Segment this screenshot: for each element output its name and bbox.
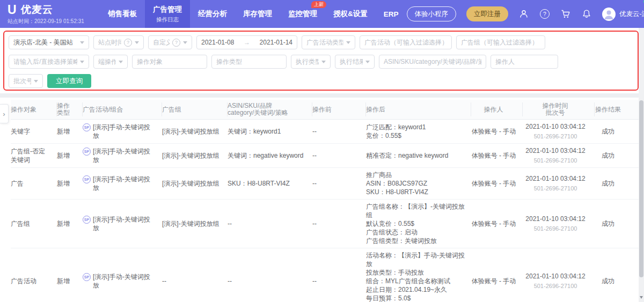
operation-time: 2021-01-10 03:04:12 [523, 122, 588, 131]
client-op-select-value: 端操作 [98, 57, 116, 67]
username-label: 优麦云-游客 [619, 10, 644, 19]
sp-campaign-icon: SP [83, 175, 91, 183]
after-detail-line: 每日预算：5.0$ [366, 294, 465, 302]
col-header-target: 操作对象 [11, 102, 57, 116]
client-op-select[interactable]: 端操作 [93, 55, 128, 69]
cell-before: -- [312, 179, 366, 188]
after-detail-line: 广告组类型：关键词投放 [366, 237, 465, 245]
store-select-value: 演示店-北美 - 美国站 [13, 38, 77, 47]
customer-service-icon[interactable] [518, 9, 529, 19]
op-target-input[interactable]: 操作对象 [132, 55, 207, 69]
after-detail-line: ASIN：B08JCS97GZ [366, 179, 465, 188]
cell-campaign: SP[演示]手动-关键词投放 [83, 215, 162, 232]
nav-item-label: ERP [384, 10, 399, 18]
cell-target: 广告 [11, 179, 57, 188]
col-header-campaign: 广告活动/组合 [83, 102, 162, 116]
help-circle-icon [540, 9, 550, 19]
cell-asin-keyword: SKU：H8-U8RT-VI4Z [228, 179, 312, 188]
nav-item-label: 监控管理 [288, 9, 317, 19]
site-time-select-value: 站点时间 [98, 38, 121, 47]
campaign-filter-input-placeholder: 广告活动（可输入过滤选择） [364, 38, 447, 47]
col-header-after: 操作后 [366, 102, 471, 116]
table-row: 广告组新增SP[演示]手动-关键词投放[演示]-关键词投放组----广告组名称：… [11, 200, 644, 248]
cell-after: 活动名称：【演示】手动-关键词投放投放类型：手动投放组合：MYL广告组合名称测试… [366, 251, 471, 302]
filter-row: 请输入后/直接选择策略端操作操作对象操作类型执行类型执行结果ASIN/SKU/c… [9, 55, 644, 69]
site-time-label: 站点时间：2022-09-19 01:52:31 [8, 18, 100, 25]
cell-result: 成功 [595, 277, 628, 285]
adgroup-filter-input[interactable]: 广告组（可输入过滤选择） [456, 35, 545, 49]
main-menu: 销售看板广告管理操作日志经营分析库存管理监控管理上新授权&设置ERP [100, 0, 407, 28]
bell-icon[interactable] [581, 9, 592, 19]
col-header-result: 操作结果 [595, 102, 628, 116]
page-scrollbar [639, 28, 644, 302]
cell-op-type: 新增 [57, 151, 83, 160]
date-mode-select-value: 自定义 [153, 38, 170, 47]
site-time-select[interactable]: 站点时间 [93, 35, 144, 49]
cell-target: 关键字 [11, 127, 57, 136]
after-detail-line: 起止日期：2021.04.19~永久 [366, 285, 465, 294]
store-select[interactable]: 演示店-北美 - 美国站 [9, 35, 89, 49]
after-detail-line: 活动名称：【演示】手动-关键词投放 [366, 251, 465, 268]
campaign-filter-input[interactable]: 广告活动（可输入过滤选择） [360, 35, 452, 49]
sp-campaign-icon: SP [83, 273, 91, 281]
chevron-down-icon [321, 61, 326, 65]
op-target-input-placeholder: 操作对象 [137, 57, 163, 67]
cell-op-type: 新增 [57, 219, 83, 228]
cell-after: 精准否定：negative keyword [366, 151, 471, 160]
campaign-name: [演示]手动-关键词投放 [93, 175, 156, 192]
date-range[interactable]: 2021-01-08→2021-01-14 [196, 35, 297, 49]
scrollbar-thumb[interactable] [639, 100, 643, 277]
op-type-input-placeholder: 操作类型 [216, 57, 242, 67]
cell-op-type: 新增 [57, 127, 83, 136]
operator-input[interactable]: 操作人 [491, 55, 558, 69]
table-row: 广告活动新增SP[演示]手动-关键词投放------活动名称：【演示】手动-关键… [11, 248, 644, 302]
cell-result: 成功 [595, 127, 628, 136]
nav-item-business-analysis[interactable]: 经营分析 [190, 0, 235, 28]
strategy-select-value: 请输入后/直接选择策略 [13, 57, 77, 67]
chevron-down-icon [34, 80, 38, 85]
table-row: 广告组-否定关键词新增SP[演示]手动-关键词投放[演示]-关键词投放组关键词：… [11, 144, 644, 168]
help-icon[interactable] [539, 9, 550, 19]
nav-item-inventory[interactable]: 库存管理 [235, 0, 280, 28]
user-menu[interactable]: 优麦云-游客 [602, 8, 644, 21]
date-mode-select[interactable]: 自定义 [148, 35, 192, 49]
asin-keyword-input[interactable]: ASIN/SKU/category/关键词/品牌/策略 [379, 55, 486, 69]
exec-result-select[interactable]: 执行结果 [335, 55, 375, 69]
sp-campaign-icon: SP [83, 148, 91, 156]
sidebar-expand-handle[interactable] [0, 104, 9, 123]
cell-before: -- [312, 277, 366, 285]
help-circle-icon [124, 39, 132, 47]
nav-item-ad-management[interactable]: 广告管理操作日志 [145, 0, 190, 28]
exec-type-select[interactable]: 执行类型 [291, 55, 331, 69]
cell-operator: 体验账号 - 手动 [471, 151, 523, 160]
nav-item-erp[interactable]: ERP [376, 0, 407, 28]
brand-name: 优麦云 [21, 3, 53, 17]
cart-icon[interactable] [560, 9, 571, 19]
batch-number: 501-2696-27100 [523, 156, 588, 165]
user-avatar [602, 8, 616, 21]
chevron-down-icon [365, 61, 370, 65]
exec-type-select-value: 执行类型 [296, 57, 319, 67]
filter-rows: 演示店-北美 - 美国站站点时间自定义2021-01-08→2021-01-14… [9, 35, 644, 88]
chevron-down-icon [346, 41, 350, 46]
cell-after: 推广商品ASIN：B08JCS97GZSKU：H8-U8RT-VI4Z [366, 171, 471, 196]
batch-select[interactable]: 批次号 [9, 74, 43, 88]
register-button[interactable]: 立即注册 [466, 6, 508, 21]
chevron-down-icon [80, 61, 84, 65]
strategy-select[interactable]: 请输入后/直接选择策略 [9, 55, 89, 69]
cell-target: 广告活动 [11, 277, 57, 285]
cell-asin-keyword: 关键词：negative keyword [228, 151, 312, 160]
adgroup-filter-input-placeholder: 广告组（可输入过滤选择） [461, 38, 538, 47]
op-type-input[interactable]: 操作类型 [211, 55, 287, 69]
mini-program-button[interactable]: 体验小程序 [407, 6, 457, 21]
nav-item-auth-settings[interactable]: 授权&设置 [325, 0, 376, 28]
nav-item-sales-dashboard[interactable]: 销售看板 [100, 0, 145, 28]
cell-time-batch: 2021-01-10 03:04:12501-2696-27100 [523, 272, 595, 290]
query-button[interactable]: 立即查询 [47, 74, 91, 88]
col-header-before: 操作前 [312, 102, 366, 116]
cell-campaign: SP[演示]手动-关键词投放 [83, 123, 162, 140]
navbar-right: 体验小程序 立即注册 优麦云-游客 [407, 0, 644, 28]
nav-item-monitoring[interactable]: 监控管理上新 [280, 0, 325, 28]
scroll-down-arrow-icon[interactable] [640, 296, 643, 300]
campaign-type-select[interactable]: 广告活动类型 [302, 35, 355, 49]
